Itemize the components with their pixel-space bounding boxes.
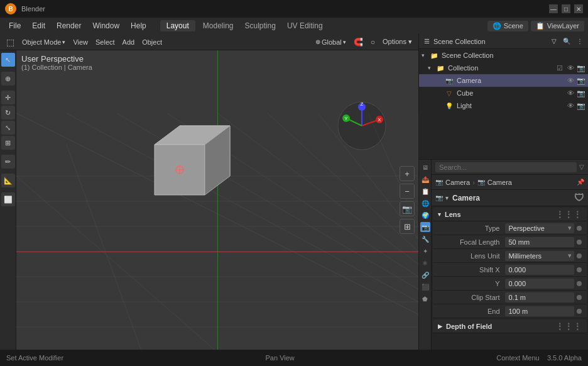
minimize-button[interactable]: — <box>549 4 558 13</box>
lens-section: ▾ Lens ⋮⋮⋮ Type Perspective Foc <box>433 208 587 318</box>
lens-section-header[interactable]: ▾ Lens ⋮⋮⋮ <box>433 208 587 221</box>
props-tab-scene[interactable]: 🌐 <box>420 198 430 208</box>
shift-x-dot <box>577 267 582 272</box>
lens-type-value[interactable]: Perspective <box>505 223 575 233</box>
props-tab-modifier[interactable]: 🔧 <box>420 234 430 244</box>
maximize-button[interactable]: □ <box>562 4 570 13</box>
measure-tool[interactable]: 📐 <box>1 174 15 187</box>
proportional-edit[interactable]: ○ <box>368 36 378 48</box>
tree-item-camera[interactable]: ▶ 📷 Camera 👁 📷 <box>419 74 588 87</box>
shift-x-label: Shift X <box>438 266 505 274</box>
window-controls[interactable]: — □ ✕ <box>549 4 583 13</box>
cursor-tool[interactable]: ⊕ <box>1 72 15 86</box>
lens-expand-icon: ▾ <box>438 211 441 218</box>
focal-length-row: Focal Length 50 mm <box>433 235 587 249</box>
props-breadcrumb: 📷 Camera › 📷 Camera 📌 <box>432 175 588 190</box>
tree-item-cube[interactable]: ▶ ▽ Cube 👁 📷 <box>419 87 588 99</box>
camera-view-button[interactable]: 📷 <box>400 201 415 216</box>
collection-eye[interactable]: 👁 <box>566 64 575 72</box>
viewlayer-selector[interactable]: 📋 ViewLayer <box>531 21 584 31</box>
props-tab-material[interactable]: ⬟ <box>420 294 430 304</box>
view-menu[interactable]: View <box>70 37 90 47</box>
props-header-shield[interactable]: 🛡 <box>574 192 584 204</box>
props-tab-object-data[interactable]: 📷 <box>420 222 430 232</box>
svg-text:X: X <box>378 117 381 123</box>
shift-x-value[interactable]: 0.000 <box>505 265 575 275</box>
cube-render-icon[interactable]: 📷 <box>577 89 585 97</box>
snap-button[interactable]: 🧲 <box>351 36 366 48</box>
shift-y-value[interactable]: 0.000 <box>505 279 575 289</box>
lens-unit-value[interactable]: Millimeters <box>505 251 575 261</box>
clip-start-value[interactable]: 0.1 m <box>505 292 575 302</box>
tree-item-collection[interactable]: ▾ 📁 Collection ☑ 👁 📷 <box>419 62 588 74</box>
menu-file[interactable]: File <box>4 20 26 31</box>
scene-selector[interactable]: 🌐 Scene <box>487 21 528 31</box>
workspace-sculpting[interactable]: Sculpting <box>241 20 280 31</box>
light-type-icon: 💡 <box>444 101 454 111</box>
props-search-input[interactable] <box>435 162 577 172</box>
rotate-tool[interactable]: ↻ <box>1 106 15 119</box>
cube-label: Cube <box>457 89 473 97</box>
props-tab-object[interactable]: ⬛ <box>420 282 430 292</box>
transform-tool[interactable]: ⊞ <box>1 136 15 150</box>
collection-label: Collection <box>448 64 478 72</box>
object-menu[interactable]: Object <box>139 37 165 47</box>
collection-row-icons: ☑ 👁 📷 <box>555 64 585 72</box>
select-tool[interactable]: ↖ <box>1 53 15 67</box>
light-render-icon[interactable]: 📷 <box>577 102 585 110</box>
breadcrumb-pin-icon[interactable]: 📌 <box>577 179 584 186</box>
workspace-layout[interactable]: Layout <box>160 20 195 31</box>
props-tab-render[interactable]: 🖥 <box>420 162 430 172</box>
viewport-3d[interactable]: User Perspective (1) Collection | Camera… <box>16 50 418 350</box>
mode-selector[interactable]: Object Mode ▾ <box>19 37 68 47</box>
menu-window[interactable]: Window <box>87 20 124 31</box>
workspace-modeling[interactable]: Modeling <box>199 20 237 31</box>
viewport-gizmo[interactable]: Z X Y <box>337 101 387 153</box>
transform-orientations[interactable]: ⊕ Global ▾ <box>313 37 349 47</box>
light-eye-icon[interactable]: 👁 <box>566 102 575 109</box>
collection-camera[interactable]: 📷 <box>577 64 585 72</box>
props-header-expand[interactable]: ▾ <box>445 195 449 201</box>
workspace-uv-editing[interactable]: UV Editing <box>283 20 327 31</box>
dof-section-header[interactable]: ▶ Depth of Field ⋮⋮⋮ <box>433 319 587 333</box>
menu-help[interactable]: Help <box>126 20 151 31</box>
move-tool[interactable]: ✛ <box>1 91 15 104</box>
collection-checkbox[interactable]: ☑ <box>555 64 564 72</box>
frame-all-button[interactable]: ⊞ <box>400 219 415 234</box>
cube-eye-icon[interactable]: 👁 <box>566 89 575 97</box>
add-menu[interactable]: Add <box>120 37 138 47</box>
breadcrumb-camera-data-label[interactable]: Camera <box>487 179 512 186</box>
breadcrumb-camera-label[interactable]: Camera <box>445 179 470 186</box>
menu-render[interactable]: Render <box>52 20 86 31</box>
zoom-in-button[interactable]: + <box>400 166 415 181</box>
props-tab-world[interactable]: 🌍 <box>420 210 430 220</box>
zoom-out-button[interactable]: − <box>400 184 415 199</box>
select-menu[interactable]: Select <box>93 37 117 47</box>
options-button[interactable]: Options ▾ <box>380 36 415 47</box>
viewport-view-name: User Perspective <box>21 54 92 64</box>
camera-eye-icon[interactable]: 👁 <box>566 77 575 84</box>
outliner-search-icon[interactable]: 🔍 <box>563 38 570 45</box>
outliner-filter-icon[interactable]: ▽ <box>552 38 557 45</box>
viewport-section: ⬚ Object Mode ▾ View Select Add Object ⊕… <box>0 34 418 350</box>
scale-tool[interactable]: ⤡ <box>1 121 15 135</box>
tree-item-scene-collection[interactable]: ▾ 📁 Scene Collection <box>419 49 588 62</box>
lens-type-text: Perspective <box>509 225 545 232</box>
status-right: Context Menu 3.5.0 Alpha <box>496 354 582 362</box>
menu-edit[interactable]: Edit <box>27 20 50 31</box>
props-tab-particles[interactable]: ✦ <box>420 246 430 256</box>
close-button[interactable]: ✕ <box>574 4 583 13</box>
camera-render-icon[interactable]: 📷 <box>577 77 585 85</box>
annotate-tool[interactable]: ✏ <box>1 155 15 169</box>
clip-end-value[interactable]: 100 m <box>505 306 575 316</box>
focal-length-value[interactable]: 50 mm <box>505 237 575 247</box>
outliner-options-icon[interactable]: ⋮ <box>577 38 583 45</box>
props-tab-constraints[interactable]: 🔗 <box>420 270 430 280</box>
props-tab-physics[interactable]: ⚛ <box>420 258 430 268</box>
light-label: Light <box>457 102 472 109</box>
add-object-tool[interactable]: ⬜ <box>1 192 15 206</box>
tree-item-light[interactable]: ▶ 💡 Light 👁 📷 <box>419 99 588 112</box>
props-tab-view-layer[interactable]: 📋 <box>420 186 430 196</box>
props-filter-icon[interactable]: ▽ <box>579 164 584 170</box>
props-tab-output[interactable]: 📤 <box>420 174 430 184</box>
